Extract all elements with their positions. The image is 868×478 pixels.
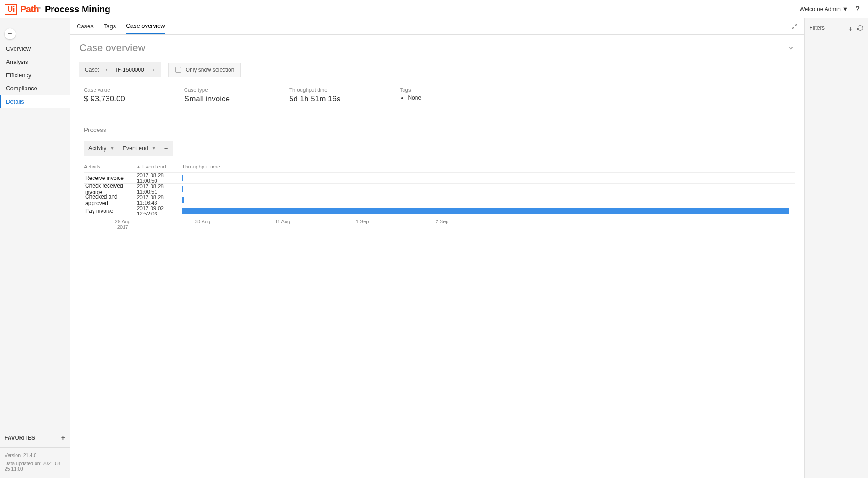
case-selector[interactable]: Case: ← IF-1500000 →: [79, 62, 161, 77]
stat-tags: Tags None: [400, 87, 421, 104]
filters-title: Filters: [809, 25, 825, 31]
tabs: Cases Tags Case overview: [70, 18, 804, 35]
cell-activity: Receive invoice: [84, 175, 137, 181]
logo-process-mining: Process Mining: [45, 4, 110, 14]
topbar: Ui Path™ Process Mining Welcome Admin ▼ …: [0, 0, 868, 18]
axis-tick: 1 Sep: [356, 219, 369, 224]
expand-icon[interactable]: [791, 23, 798, 30]
sort-asc-icon: ▲: [136, 164, 140, 169]
case-id: IF-1500000: [116, 67, 144, 73]
table-row[interactable]: Receive invoice 2017-08-28 11:00:50: [84, 172, 795, 183]
favorites-label: FAVORITES: [5, 435, 35, 441]
cell-bar: [182, 205, 795, 216]
data-updated-label: Data updated on: 2021-08-25 11:09: [5, 461, 65, 472]
process-controls: Activity ▼ Event end ▼ +: [84, 141, 173, 156]
logo-path: Path: [20, 4, 39, 14]
sidebar: + Overview Analysis Efficiency Complianc…: [0, 18, 70, 478]
caret-down-icon: ▼: [842, 6, 848, 12]
nav-overview[interactable]: Overview: [0, 42, 70, 55]
user-menu[interactable]: Welcome Admin ▼: [800, 6, 848, 12]
stat-value: Small invoice: [184, 95, 230, 104]
col-activity[interactable]: Activity: [84, 164, 136, 169]
stat-label: Case value: [84, 87, 125, 93]
caret-down-icon: ▼: [152, 146, 156, 151]
stat-case-type: Case type Small invoice: [184, 87, 230, 104]
cell-eventend: 2017-08-28 11:16:43: [137, 194, 182, 205]
tag-none: None: [408, 95, 421, 101]
stat-label: Throughput time: [289, 87, 340, 93]
nav-compliance[interactable]: Compliance: [0, 82, 70, 95]
add-filter-button[interactable]: +: [848, 25, 852, 32]
stat-label: Case type: [184, 87, 230, 93]
sidebar-footer: Version: 21.4.0 Data updated on: 2021-08…: [0, 447, 70, 478]
cell-eventend: 2017-09-02 12:52:06: [137, 205, 182, 216]
axis-tick: 31 Aug: [275, 219, 290, 224]
add-button[interactable]: +: [5, 28, 16, 39]
nav-details[interactable]: Details: [0, 95, 70, 108]
stat-label: Tags: [400, 87, 421, 93]
add-column-button[interactable]: +: [164, 144, 168, 152]
cell-eventend: 2017-08-28 11:00:51: [137, 184, 182, 194]
axis-year: 2017: [115, 224, 130, 230]
cell-bar: [182, 194, 795, 205]
dropdown-label: Event end: [123, 145, 148, 152]
prev-case-button[interactable]: ←: [104, 66, 110, 73]
page-title: Case overview: [79, 42, 145, 54]
version-label: Version: 21.4.0: [5, 452, 65, 458]
axis-tick: 29 Aug: [115, 219, 130, 224]
help-icon[interactable]: ?: [855, 5, 860, 13]
chevron-down-icon[interactable]: [787, 44, 795, 52]
col-throughput[interactable]: Throughput time: [182, 164, 795, 169]
dropdown-eventend[interactable]: Event end ▼: [123, 145, 156, 152]
tab-tags[interactable]: Tags: [104, 18, 116, 34]
welcome-label: Welcome Admin: [800, 6, 841, 12]
stat-throughput: Throughput time 5d 1h 51m 16s: [289, 87, 340, 104]
logo-ui: Ui: [5, 4, 17, 15]
logo-tm: ™: [37, 6, 41, 11]
stat-value: 5d 1h 51m 16s: [289, 95, 340, 104]
table-row[interactable]: Check received invoice 2017-08-28 11:00:…: [84, 183, 795, 194]
favorites-header[interactable]: FAVORITES +: [0, 428, 70, 447]
main: Cases Tags Case overview Case overview C…: [70, 18, 804, 478]
plus-icon[interactable]: +: [61, 434, 65, 442]
col-eventend[interactable]: ▲ Event end: [136, 164, 182, 169]
timeline-axis: 29 Aug 2017 30 Aug 31 Aug 1 Sep 2 Sep: [84, 219, 795, 232]
cell-activity: Pay invoice: [84, 208, 137, 214]
process-table: Activity ▲ Event end Throughput time Rec…: [79, 164, 795, 232]
dropdown-label: Activity: [88, 145, 107, 152]
nav-efficiency[interactable]: Efficiency: [0, 68, 70, 82]
caret-down-icon: ▼: [110, 146, 114, 151]
checkbox-icon[interactable]: [175, 67, 181, 73]
nav-analysis[interactable]: Analysis: [0, 55, 70, 68]
next-case-button[interactable]: →: [150, 66, 156, 73]
stat-value: $ 93,730.00: [84, 95, 125, 104]
refresh-button[interactable]: [857, 25, 863, 32]
col-eventend-label: Event end: [142, 164, 166, 169]
only-show-label: Only show selection: [186, 67, 234, 73]
plus-icon: +: [8, 30, 12, 38]
filters-panel: Filters +: [804, 18, 868, 478]
cell-bar: [182, 173, 795, 183]
axis-tick: 30 Aug: [195, 219, 210, 224]
cell-bar: [182, 184, 795, 194]
logo: Ui Path™ Process Mining: [5, 4, 110, 15]
tab-cases[interactable]: Cases: [77, 18, 94, 34]
table-row[interactable]: Checked and approved 2017-08-28 11:16:43: [84, 194, 795, 205]
tab-case-overview[interactable]: Case overview: [126, 18, 165, 34]
process-section-title: Process: [79, 126, 795, 133]
case-label: Case:: [85, 67, 99, 73]
only-show-selection[interactable]: Only show selection: [168, 63, 241, 77]
table-row[interactable]: Pay invoice 2017-09-02 12:52:06: [84, 205, 795, 216]
stat-case-value: Case value $ 93,730.00: [84, 87, 125, 104]
cell-activity: Checked and approved: [84, 194, 137, 206]
cell-eventend: 2017-08-28 11:00:50: [137, 173, 182, 184]
dropdown-activity[interactable]: Activity ▼: [88, 145, 114, 152]
axis-tick: 2 Sep: [436, 219, 449, 224]
